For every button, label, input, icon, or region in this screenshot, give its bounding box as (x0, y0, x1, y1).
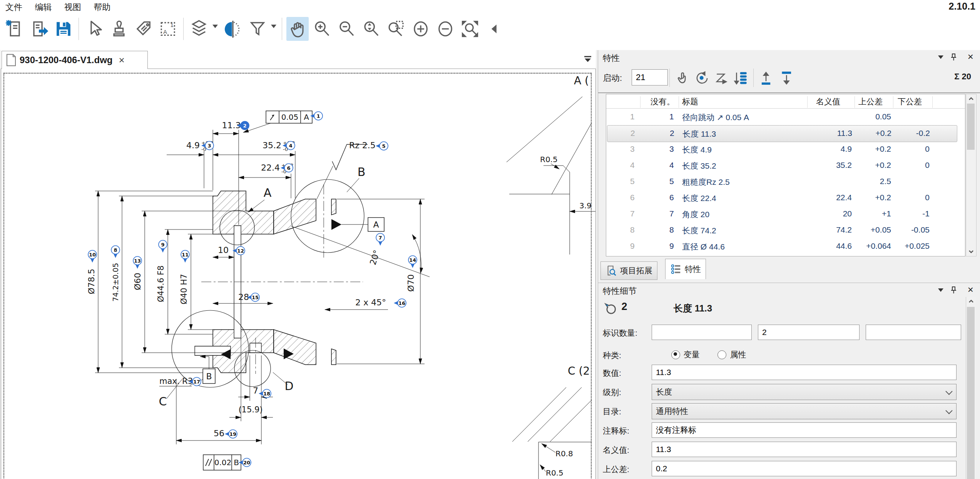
drawing-canvas[interactable]: 11.34.9+0.2-035.2+0.2-022.4+0.2-0Rz 2.52… (1, 69, 596, 479)
details-scrollbar[interactable] (966, 297, 976, 479)
pan-hand-button[interactable] (286, 17, 309, 41)
row-no: 3 (669, 144, 674, 154)
file-icon (6, 54, 17, 66)
filter-button[interactable] (246, 17, 269, 41)
mirror-button[interactable] (222, 17, 244, 41)
tab-list-icon[interactable] (583, 54, 593, 64)
col-no[interactable]: 没有。 (651, 96, 675, 107)
open-file-button[interactable] (28, 17, 50, 41)
close-icon[interactable]: × (968, 284, 973, 296)
zoom-out-button[interactable] (336, 17, 358, 41)
row-upper: +0.2 (854, 161, 891, 170)
row-no: 6 (669, 193, 674, 202)
select-cursor-icon (84, 19, 104, 39)
tag-button[interactable] (132, 17, 155, 41)
decrease-button[interactable] (434, 17, 457, 41)
table-row-3[interactable]: 33长度 4.94.9+0.20 (607, 141, 957, 157)
pan-hand-icon (288, 19, 308, 39)
row-title: 径向跳动 ↗ 0.05 A (682, 112, 749, 123)
zoom-window-button[interactable] (385, 17, 407, 41)
note-input[interactable] (652, 422, 957, 438)
tab-project-expand[interactable]: 项目拓展 (600, 261, 657, 280)
row-no: 1 (669, 112, 674, 121)
new-file-icon (4, 19, 24, 39)
region-select-button[interactable]: A1 (157, 17, 179, 41)
id-count-input-2[interactable] (758, 325, 860, 340)
id-count-input-3[interactable] (866, 325, 961, 340)
kind-radio-attribute[interactable]: 属性 (717, 349, 746, 360)
tab-label: 特性 (685, 264, 701, 275)
id-count-input-1[interactable] (652, 325, 752, 340)
row-nominal: 22.4 (815, 193, 852, 202)
stamp-button[interactable] (108, 17, 130, 41)
tag-icon (134, 19, 154, 39)
new-file-button[interactable] (3, 17, 25, 41)
table-row-1[interactable]: 11径向跳动 ↗ 0.05 A0.05 (607, 109, 957, 125)
dropdown-arrow-icon[interactable] (212, 25, 218, 31)
zoom-fit-button[interactable] (459, 17, 481, 41)
table-row-5[interactable]: 55粗糙度Rz 2.52.5 (607, 174, 957, 190)
menu-file[interactable]: 文件 (0, 0, 28, 13)
menu-view[interactable]: 视图 (59, 0, 87, 13)
col-title[interactable]: 标题 (682, 96, 698, 107)
close-icon[interactable]: × (968, 51, 973, 63)
field-kind: 种类: 变量 属性 (598, 347, 980, 363)
menu-edit[interactable]: 编辑 (29, 0, 57, 13)
move-down-icon (778, 70, 794, 86)
list-order-button[interactable] (732, 70, 749, 86)
zoom-in-button[interactable] (311, 17, 333, 41)
upper-input[interactable] (652, 461, 957, 476)
document-tabbar: 930-1200-406-V1.dwg × (1, 50, 596, 69)
menu-help[interactable]: 帮助 (88, 0, 116, 13)
panel-dropdown-icon[interactable] (938, 288, 943, 296)
col-upper[interactable]: 上公差 (858, 96, 883, 107)
row-lower: 0 (893, 193, 930, 202)
row-lower: -0.05 (893, 225, 930, 234)
menubar: 文件 编辑 视图 帮助 2.10.1 (0, 0, 980, 14)
save-button[interactable] (52, 17, 75, 41)
toolbar-separator (282, 18, 282, 40)
table-row-2[interactable]: 22长度 11.311.3+0.2-0.2 (607, 125, 957, 142)
field-label: 标识数量: (603, 328, 637, 338)
row-index: 2 (630, 129, 635, 138)
move-up-button[interactable] (759, 70, 775, 86)
row-upper: 2.5 (854, 177, 891, 186)
dropdown-arrow-icon[interactable] (271, 25, 276, 31)
level-select[interactable]: 长度 (652, 384, 957, 400)
start-input[interactable] (632, 69, 668, 85)
table-row-7[interactable]: 77角度 2020+1-1 (607, 206, 957, 222)
row-nominal: 74.2 (815, 225, 852, 234)
row-upper: +0.2 (854, 193, 891, 202)
rotate-ccw-button[interactable] (694, 70, 710, 86)
document-tab-close-icon[interactable]: × (119, 54, 124, 66)
document-tab[interactable]: 930-1200-406-V1.dwg × (2, 51, 148, 69)
panel-dropdown-icon[interactable] (938, 55, 943, 64)
increase-button[interactable] (410, 17, 432, 41)
touch-button[interactable] (675, 70, 691, 86)
col-nominal[interactable]: 名义值 (816, 96, 840, 107)
table-row-8[interactable]: 88长度 74.274.2+0.05-0.05 (607, 222, 957, 238)
row-index: 9 (630, 241, 635, 251)
select-cursor-button[interactable] (83, 17, 105, 41)
zoom-dynamic-button[interactable] (360, 17, 383, 41)
row-no: 4 (669, 161, 674, 170)
pin-icon[interactable] (949, 286, 958, 295)
kind-radio-variable[interactable]: 变量 (671, 349, 700, 360)
row-title: 长度 35.2 (682, 161, 716, 171)
row-index: 5 (630, 177, 635, 186)
nominal-input[interactable] (652, 442, 957, 457)
value-input[interactable] (652, 365, 957, 380)
row-nominal: 11.3 (815, 129, 852, 138)
table-row-9[interactable]: 99直径 Ø 44.644.6+0.064+0.025 (607, 238, 957, 255)
collapse-arrow-button[interactable] (483, 17, 506, 41)
table-row-4[interactable]: 44长度 35.235.2+0.20 (607, 157, 957, 174)
catalog-select[interactable]: 通用特性 (652, 403, 957, 419)
pin-icon[interactable] (949, 53, 958, 62)
col-lower[interactable]: 下公差 (898, 96, 922, 107)
tab-properties[interactable]: 特性 (665, 259, 706, 279)
zigzag-order-button[interactable] (713, 70, 729, 86)
table-row-6[interactable]: 66长度 22.422.4+0.20 (607, 190, 957, 206)
layers-button[interactable] (188, 17, 210, 41)
table-scrollbar[interactable] (966, 94, 977, 256)
move-down-button[interactable] (778, 70, 794, 86)
